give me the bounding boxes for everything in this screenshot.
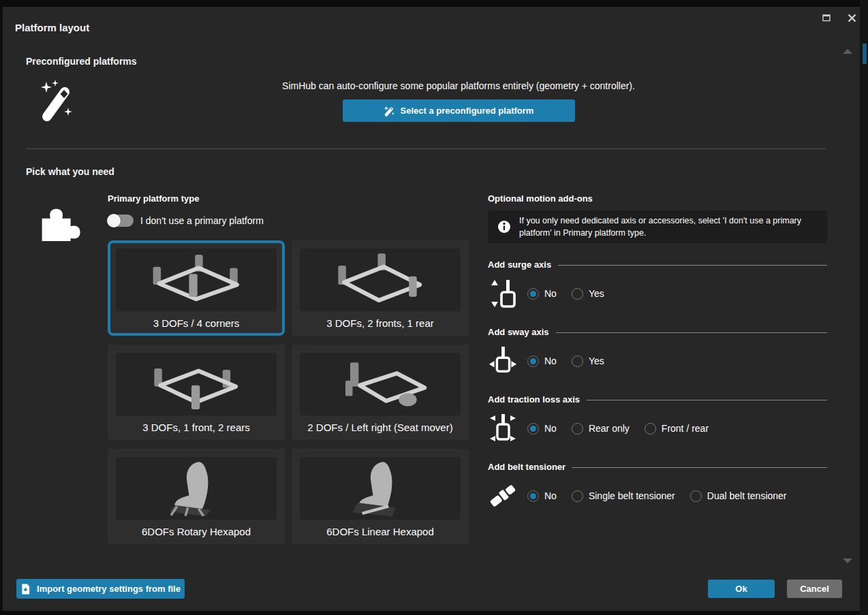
radio-button (690, 490, 702, 502)
motion-addons-column: Optional motion add-ons If you only need… (488, 189, 827, 513)
group-label-surge: Add surge axis (488, 259, 551, 270)
group-rule (587, 400, 827, 400)
preconfigured-body: SimHub can auto-configure some popular p… (108, 80, 809, 122)
radio-button-selected (527, 288, 539, 300)
traction-loss-axis-icon (488, 412, 518, 445)
platform-tile-3dof-4corners[interactable]: 3 DOFs / 4 corners (108, 240, 285, 336)
edge-scroll-thumb[interactable] (863, 44, 867, 64)
platform-layout-dialog: Platform layout Preconfigured platforms (3, 7, 860, 611)
radio-button (572, 356, 583, 367)
sway-radio-no[interactable]: No (527, 356, 557, 367)
radio-button (645, 423, 656, 435)
surge-axis-icon (488, 277, 518, 310)
traction-loss-radio-group: No Rear only Front / rear (527, 423, 709, 435)
tile-label: 3 DOFs, 1 front, 2 rears (116, 415, 277, 439)
traction-radio-rear-only[interactable]: Rear only (572, 423, 630, 435)
scroll-down-arrow-icon[interactable] (843, 558, 852, 563)
no-primary-platform-toggle[interactable] (108, 215, 134, 227)
platform-tile-2dof-seat-mover[interactable]: 2 DOFs / Left right (Seat mover) (292, 345, 469, 440)
addons-info-box: If you only need dedicated axis or acces… (488, 210, 827, 243)
radio-button-selected (527, 356, 539, 367)
select-preconfigured-platform-button[interactable]: Select a preconfigured platform (343, 99, 575, 122)
surge-radio-no[interactable]: No (527, 288, 557, 300)
radio-button (572, 288, 583, 300)
toggle-label: I don't use a primary platform (140, 215, 264, 226)
platform-3dof-4corners-image (116, 249, 277, 311)
platform-tiles-grid: 3 DOFs / 4 corners 3 DOFs, 2 fronts, 1 r… (108, 240, 471, 544)
group-rule (558, 265, 827, 266)
belt-radio-dual[interactable]: Dual belt tensioner (690, 490, 787, 502)
addons-heading: Optional motion add-ons (488, 193, 827, 204)
platform-3dof-1front-2rears-image (116, 353, 277, 415)
group-label-traction-loss: Add traction loss axis (488, 394, 580, 405)
primary-platform-heading: Primary platform type (108, 189, 471, 204)
tile-label: 3 DOFs, 2 fronts, 1 rear (300, 311, 461, 334)
traction-radio-front-rear[interactable]: Front / rear (645, 423, 709, 435)
page-title: Platform layout (15, 22, 89, 33)
platform-tile-6dof-rotary-hexapod[interactable]: 6DOFs Rotary Hexapod (108, 449, 285, 544)
belt-radio-single[interactable]: Single belt tensioner (572, 490, 675, 502)
wand-icon (384, 106, 394, 116)
radio-button-selected (527, 490, 539, 502)
platform-tile-6dof-linear-hexapod[interactable]: 6DOFs Linear Hexapod (292, 449, 469, 544)
surge-radio-group: No Yes (527, 288, 604, 300)
section-divider (26, 148, 826, 149)
toggle-knob (107, 214, 121, 227)
close-icon[interactable] (846, 12, 857, 23)
scroll-up-arrow-icon[interactable] (843, 49, 852, 54)
info-icon (497, 220, 511, 234)
group-rule (556, 332, 827, 333)
belt-tensioner-radio-group: No Single belt tensioner Dual belt tensi… (527, 490, 787, 502)
traction-radio-no[interactable]: No (527, 423, 557, 435)
primary-platform-toggle-row: I don't use a primary platform (108, 215, 471, 227)
addon-group-sway: Add sway axis (488, 327, 827, 378)
addons-info-text: If you only need dedicated axis or acces… (519, 215, 818, 239)
window-controls (821, 12, 857, 23)
surge-radio-yes[interactable]: Yes (572, 288, 604, 300)
group-rule (572, 467, 827, 468)
primary-platform-column: Primary platform type I don't use a prim… (108, 189, 471, 544)
belt-tensioner-icon (488, 479, 518, 512)
platform-6dof-linear-hexapod-image (300, 457, 461, 520)
radio-button-selected (527, 423, 539, 435)
platform-3dof-2fronts-1rear-image (300, 249, 461, 311)
import-geometry-button[interactable]: Import geometry settings from file (16, 579, 185, 599)
platform-6dof-rotary-hexapod-image (116, 457, 277, 520)
preconfigured-heading: Preconfigured platforms (26, 56, 137, 67)
sway-radio-yes[interactable]: Yes (572, 356, 604, 367)
group-label-belt-tensioner: Add belt tensioner (488, 462, 565, 472)
maximize-icon[interactable] (821, 12, 832, 23)
radio-button (572, 490, 583, 502)
platform-2dof-seat-mover-image (300, 353, 461, 415)
tile-label: 2 DOFs / Left right (Seat mover) (300, 415, 461, 439)
right-edge-strip (860, 0, 868, 615)
cancel-button[interactable]: Cancel (787, 580, 842, 598)
tile-label: 3 DOFs / 4 corners (116, 311, 277, 334)
platform-tile-3dof-2fronts-1rear[interactable]: 3 DOFs, 2 fronts, 1 rear (292, 240, 469, 336)
screen: Platform layout Preconfigured platforms (0, 0, 868, 615)
radio-button (572, 423, 583, 435)
preconfigured-description: SimHub can auto-configure some popular p… (108, 80, 809, 91)
addon-group-belt-tensioner: Add belt tensioner (488, 462, 827, 513)
ok-button[interactable]: Ok (708, 580, 775, 598)
belt-radio-no[interactable]: No (527, 490, 557, 502)
group-label-sway: Add sway axis (488, 327, 549, 337)
puzzle-icon (38, 203, 80, 241)
tile-label: 6DOFs Linear Hexapod (300, 520, 461, 543)
file-import-icon (20, 584, 31, 595)
sway-radio-group: No Yes (527, 356, 604, 367)
addon-group-surge: Add surge axis (488, 259, 827, 311)
tile-label: 6DOFs Rotary Hexapod (116, 520, 277, 543)
sway-axis-icon (488, 345, 518, 377)
pick-heading: Pick what you need (26, 166, 114, 177)
platform-tile-3dof-1front-2rears[interactable]: 3 DOFs, 1 front, 2 rears (108, 345, 285, 440)
addon-group-traction-loss: Add traction loss axis (488, 394, 827, 445)
magic-wand-icon (38, 79, 76, 125)
